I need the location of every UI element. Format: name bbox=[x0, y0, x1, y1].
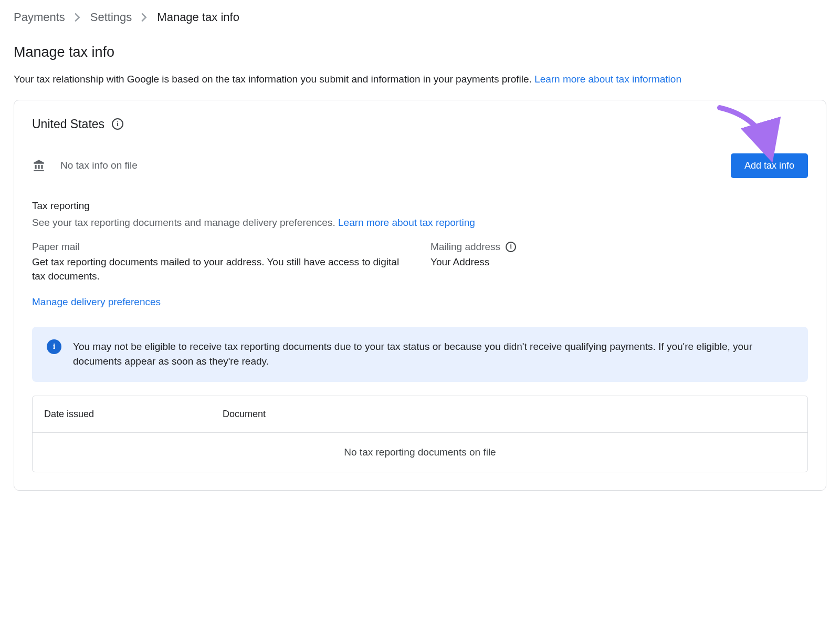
mailing-address-label-text: Mailing address bbox=[430, 241, 500, 253]
mailing-address-label: Mailing address i bbox=[430, 241, 808, 253]
mailing-address-col: Mailing address i Your Address bbox=[430, 241, 808, 284]
table-empty-row: No tax reporting documents on file bbox=[33, 433, 807, 472]
info-filled-icon: i bbox=[47, 339, 61, 354]
tax-status-row: No tax info on file Add tax info bbox=[32, 153, 808, 178]
breadcrumb-settings[interactable]: Settings bbox=[90, 11, 132, 24]
info-icon[interactable]: i bbox=[506, 242, 516, 252]
table-header: Date issued Document bbox=[33, 396, 807, 433]
country-name: United States bbox=[32, 117, 104, 131]
breadcrumb: Payments Settings Manage tax info bbox=[14, 11, 826, 24]
learn-more-tax-reporting-link[interactable]: Learn more about tax reporting bbox=[338, 217, 475, 228]
tax-reporting-heading: Tax reporting bbox=[32, 200, 808, 212]
mailing-address-value: Your Address bbox=[430, 255, 808, 269]
intro-paragraph: Your tax relationship with Google is bas… bbox=[14, 72, 826, 87]
info-icon[interactable]: i bbox=[112, 118, 123, 130]
paper-mail-body: Get tax reporting documents mailed to yo… bbox=[32, 255, 410, 284]
tax-info-card: United States i No tax info on file Add … bbox=[14, 100, 826, 491]
chevron-right-icon bbox=[141, 13, 148, 22]
tax-reporting-desc-text: See your tax reporting documents and man… bbox=[32, 217, 338, 228]
intro-text: Your tax relationship with Google is bas… bbox=[14, 74, 534, 85]
documents-table: Date issued Document No tax reporting do… bbox=[32, 396, 808, 472]
no-tax-info-text: No tax info on file bbox=[60, 160, 138, 171]
breadcrumb-current: Manage tax info bbox=[157, 11, 239, 24]
paper-mail-label: Paper mail bbox=[32, 241, 410, 253]
breadcrumb-payments[interactable]: Payments bbox=[14, 11, 65, 24]
add-tax-info-button[interactable]: Add tax info bbox=[731, 153, 808, 178]
country-row: United States i bbox=[32, 117, 808, 131]
col-document: Document bbox=[223, 409, 266, 420]
eligibility-notice: i You may not be eligible to receive tax… bbox=[32, 327, 808, 382]
manage-delivery-preferences-link[interactable]: Manage delivery preferences bbox=[32, 296, 161, 308]
delivery-columns: Paper mail Get tax reporting documents m… bbox=[32, 241, 808, 284]
notice-text: You may not be eligible to receive tax r… bbox=[73, 339, 793, 369]
chevron-right-icon bbox=[75, 13, 81, 22]
page-title: Manage tax info bbox=[14, 44, 826, 60]
learn-more-tax-info-link[interactable]: Learn more about tax information bbox=[534, 74, 681, 85]
paper-mail-col: Paper mail Get tax reporting documents m… bbox=[32, 241, 410, 284]
tax-reporting-desc: See your tax reporting documents and man… bbox=[32, 217, 808, 229]
bank-icon bbox=[32, 159, 47, 172]
col-date-issued: Date issued bbox=[44, 409, 223, 420]
